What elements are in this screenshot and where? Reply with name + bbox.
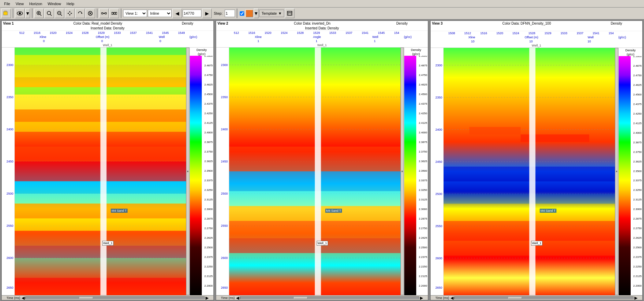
view2-t2450: 2450 (221, 160, 228, 163)
zoom-fit-button[interactable] (44, 9, 54, 18)
view1-horizon-label: M4 Sand T (111, 209, 128, 213)
view2-colorbar: Density (g/cc) 2.5000 2.4875 2.4750 2.46… (404, 48, 428, 295)
view2-colorbar-gradient (404, 56, 416, 295)
view2-cb-unit: (g/cc) (404, 52, 428, 56)
view2-density-unit: (g/cc) (404, 35, 428, 39)
color-dropdown-button[interactable]: ▼ (254, 9, 259, 18)
view3-t2300: 2300 (435, 64, 442, 67)
template-dropdown-arrow: ▼ (278, 11, 282, 15)
toolbar: ▼ View 1: Inline ◀ ▶ Step: ▼ (0, 8, 644, 20)
view1-body: 2300 2350 2400 2450 2500 2550 2600 2650 (2, 48, 213, 295)
view2-scroll-left[interactable]: ◀ (236, 296, 239, 300)
view1-scroll-right[interactable]: ▶ (206, 296, 209, 300)
view-toggle-button[interactable] (15, 9, 25, 18)
view2-scroll-thumb[interactable] (294, 297, 307, 299)
view3-resize-handle[interactable]: ≡ (615, 48, 618, 295)
separator-3 (97, 9, 97, 18)
view1-colorbar-gradient (190, 56, 202, 295)
view3-t2550: 2550 (435, 224, 442, 228)
view2-t2350: 2350 (221, 95, 228, 99)
menu-help[interactable]: Help (64, 1, 77, 6)
view1-scroll-thumb[interactable] (79, 297, 93, 299)
color-checkbox[interactable] (240, 11, 244, 16)
view2-scroll-right[interactable]: ▶ (420, 296, 423, 300)
view1-header: View 1 Color Data: Real_model Density De… (2, 21, 213, 48)
view1-seismic[interactable]: Well_1 M4 Sand T (15, 48, 186, 295)
view1-cb-unit: (g/cc) (190, 52, 213, 56)
view3-scroll-track[interactable] (454, 297, 634, 299)
view2-density-title: Density (396, 22, 408, 25)
color-picker-button[interactable] (246, 10, 253, 17)
template-label: Template (262, 11, 277, 15)
view1-scroll-left[interactable]: ◀ (22, 296, 25, 300)
open-file-button[interactable] (1, 9, 11, 18)
view1-t2350: 2350 (6, 95, 13, 99)
save-layout-button[interactable] (285, 9, 294, 18)
menu-horizon[interactable]: Horizon (26, 1, 45, 6)
nav-left-button[interactable]: ◀ (172, 9, 182, 18)
view3-scrollbar[interactable]: Time (ms) ◀ ▶ (431, 295, 642, 300)
separator-5 (237, 9, 237, 18)
menu-window[interactable]: Window (45, 1, 64, 6)
step-value-input[interactable] (225, 10, 235, 17)
eye-dropdown-button[interactable]: ▼ (25, 9, 30, 18)
view2-resize-handle[interactable]: ≡ (400, 48, 404, 295)
view2-inserted: Inserted Data: Density (216, 26, 428, 30)
svg-rect-19 (101, 13, 103, 14)
view3-row-vals: 10 10 10 (444, 40, 618, 43)
view2-color-data: Color Data: inverted_Dn (228, 22, 396, 25)
inline-value-input[interactable] (183, 10, 201, 17)
separator-1 (13, 9, 13, 18)
view1-well-header-label: Well_1 (103, 43, 112, 47)
inline-selector[interactable]: Inline (148, 10, 172, 17)
pan-button[interactable] (65, 9, 75, 18)
view1-t2450: 2450 (6, 160, 13, 163)
view1-scroll-track[interactable] (25, 297, 205, 299)
view2-seismic[interactable]: Well_1 M4 Sand T (229, 48, 400, 295)
separator-2 (32, 9, 32, 18)
view3-scroll-left[interactable]: ◀ (450, 296, 454, 300)
zoom-out-button[interactable] (55, 9, 64, 18)
link-button[interactable] (99, 9, 109, 18)
view-selector[interactable]: View 1: (123, 10, 147, 17)
svg-rect-24 (115, 12, 117, 14)
view3-scroll-thumb[interactable] (508, 297, 522, 299)
svg-line-11 (61, 14, 62, 16)
view3-seismic[interactable]: Well_1 M4 Sand T (444, 48, 615, 295)
view1-xline-numbers: 512 1516 1520 1524 1528 1529 1533 1537 1… (15, 31, 189, 35)
view3-time-label: Time (ms) (435, 296, 449, 300)
chain-button[interactable] (109, 9, 119, 18)
reset-button[interactable] (86, 9, 95, 18)
view3-well-header-label: Well_1 (532, 44, 541, 47)
view3-t2600: 2600 (435, 257, 442, 260)
view2-seismic-svg (229, 48, 400, 295)
view2-well-row: Well_1 (216, 43, 428, 47)
svg-marker-17 (81, 13, 82, 14)
view1-colorbar: Density (g/cc) 2.5000 2.4875 2.4750 2.46… (189, 48, 213, 295)
view2-cb-title: Density (404, 48, 428, 52)
view3-t2500: 2500 (435, 192, 442, 196)
view3-well-track (529, 48, 536, 295)
view3-scroll-right[interactable]: ▶ (634, 296, 638, 300)
menubar: File View Horizon Window Help (0, 0, 644, 8)
view1-density-title: Density (182, 22, 193, 25)
view2-scroll-track[interactable] (240, 297, 419, 299)
view3-body: 2300 2350 2400 2450 2500 2550 2600 2650 (431, 48, 642, 295)
menu-file[interactable]: File (1, 1, 13, 6)
rotate-button[interactable] (75, 9, 85, 18)
view1-scrollbar[interactable]: Time (ms) ◀ ▶ (2, 295, 213, 300)
view2-title: View 2 (218, 22, 228, 25)
view2-scrollbar[interactable]: Time (ms) ◀ ▶ (216, 295, 428, 300)
view1-resize-handle[interactable]: ≡ (186, 48, 189, 295)
view3-colorbar-ticks: 2.5000 2.4875 2.4750 2.4625 2.4500 2.437… (631, 56, 643, 295)
menu-view[interactable]: View (13, 1, 27, 6)
zoom-in-button[interactable] (34, 9, 44, 18)
svg-marker-16 (71, 13, 72, 14)
nav-right-button[interactable]: ▶ (202, 9, 212, 18)
svg-marker-13 (69, 11, 70, 12)
view3-colorbar: Density (g/cc) 2.5000 2.4875 2.4750 2.46… (618, 48, 642, 295)
template-button[interactable]: Template ▼ (259, 10, 285, 17)
view3-density-title: Density (611, 22, 622, 25)
view2-t2650: 2650 (221, 286, 228, 289)
view3-t2450: 2450 (435, 160, 442, 163)
